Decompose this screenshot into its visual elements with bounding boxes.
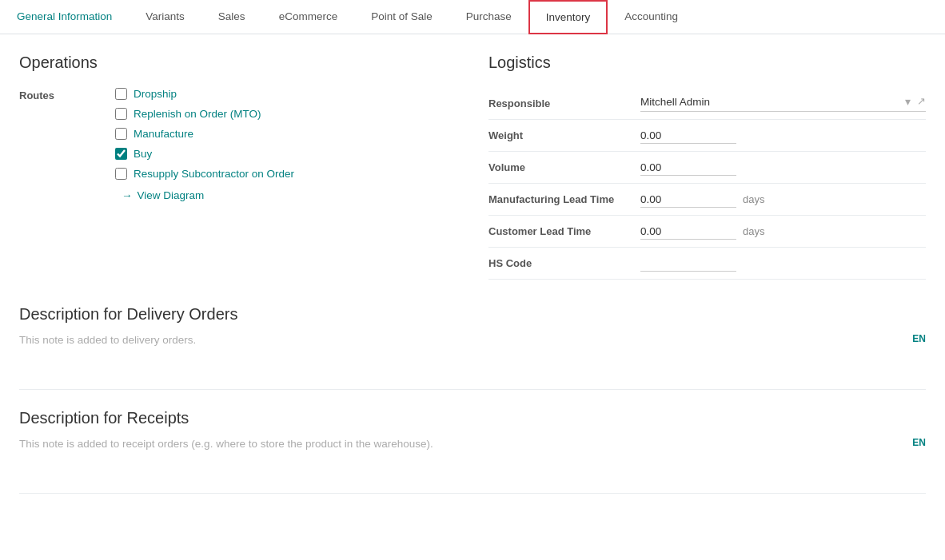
logistics-label-hs-code: HS Code <box>488 257 640 269</box>
tab-variants[interactable]: Variants <box>129 0 201 34</box>
tab-inventory[interactable]: Inventory <box>528 0 608 34</box>
route-replenish: Replenish on Order (MTO) <box>115 108 294 120</box>
delivery-orders-title: Description for Delivery Orders <box>19 305 926 324</box>
receipts-area: This note is added to receipt orders (e.… <box>19 437 926 477</box>
route-dropship: Dropship <box>115 88 294 100</box>
tab-sales[interactable]: Sales <box>201 0 262 34</box>
logistics-label-volume: Volume <box>488 161 640 173</box>
logistics-row-responsible: ResponsibleMitchell Admin▾↗ <box>488 88 926 120</box>
logistics-section: Logistics ResponsibleMitchell Admin▾↗Wei… <box>488 54 926 280</box>
label-replenish[interactable]: Replenish on Order (MTO) <box>134 108 261 120</box>
routes-options: DropshipReplenish on Order (MTO)Manufact… <box>115 88 294 180</box>
checkbox-dropship[interactable] <box>115 88 127 100</box>
checkbox-buy[interactable] <box>115 148 127 160</box>
unit-manufacturing-lead-time: days <box>743 193 764 205</box>
receipts-lang[interactable]: EN <box>912 437 926 448</box>
route-resupply: Resupply Subcontractor on Order <box>115 168 294 180</box>
tab-purchase[interactable]: Purchase <box>449 0 528 34</box>
label-manufacture[interactable]: Manufacture <box>134 128 193 140</box>
external-link-icon[interactable]: ↗ <box>917 95 926 108</box>
logistics-fields: ResponsibleMitchell Admin▾↗WeightVolumeM… <box>488 88 926 280</box>
receipts-placeholder: This note is added to receipt orders (e.… <box>19 438 433 450</box>
unit-customer-lead-time: days <box>743 225 764 237</box>
tabs-bar: General InformationVariantsSaleseCommerc… <box>0 0 945 34</box>
route-buy: Buy <box>115 148 294 160</box>
delivery-orders-section: Description for Delivery Orders This not… <box>19 305 926 390</box>
logistics-row-volume: Volume <box>488 152 926 184</box>
tab-ecommerce[interactable]: eCommerce <box>262 0 355 34</box>
logistics-label-responsible: Responsible <box>488 97 640 109</box>
logistics-title: Logistics <box>488 54 926 72</box>
delivery-orders-placeholder: This note is added to delivery orders. <box>19 334 196 346</box>
tab-accounting[interactable]: Accounting <box>608 0 695 34</box>
routes-row: Routes DropshipReplenish on Order (MTO)M… <box>19 88 457 180</box>
logistics-label-manufacturing-lead-time: Manufacturing Lead Time <box>488 193 640 205</box>
input-volume[interactable] <box>640 160 736 176</box>
operations-section: Operations Routes DropshipReplenish on O… <box>19 54 457 280</box>
input-weight[interactable] <box>640 128 736 144</box>
receipts-section: Description for Receipts This note is ad… <box>19 409 926 494</box>
logistics-label-weight: Weight <box>488 129 640 141</box>
logistics-row-weight: Weight <box>488 120 926 152</box>
main-content: Operations Routes DropshipReplenish on O… <box>0 34 945 494</box>
arrow-icon: → <box>122 189 133 201</box>
input-manufacturing-lead-time[interactable] <box>640 192 736 208</box>
checkbox-resupply[interactable] <box>115 168 127 180</box>
two-column-layout: Operations Routes DropshipReplenish on O… <box>19 54 926 280</box>
input-hs-code[interactable] <box>640 256 736 272</box>
routes-label: Routes <box>19 88 115 180</box>
tab-general-information[interactable]: General Information <box>0 0 129 34</box>
route-manufacture: Manufacture <box>115 128 294 140</box>
view-diagram-label: View Diagram <box>138 189 205 201</box>
label-buy[interactable]: Buy <box>134 148 152 160</box>
receipts-title: Description for Receipts <box>19 409 926 427</box>
operations-title: Operations <box>19 54 457 72</box>
label-resupply[interactable]: Resupply Subcontractor on Order <box>134 168 294 180</box>
checkbox-replenish[interactable] <box>115 108 127 120</box>
delivery-orders-lang[interactable]: EN <box>912 333 926 344</box>
logistics-row-hs-code: HS Code <box>488 248 926 280</box>
label-dropship[interactable]: Dropship <box>134 88 177 100</box>
view-diagram-link[interactable]: → View Diagram <box>122 189 457 201</box>
responsible-container[interactable]: Mitchell Admin▾↗ <box>640 95 926 112</box>
logistics-label-customer-lead-time: Customer Lead Time <box>488 225 640 237</box>
tab-point-of-sale[interactable]: Point of Sale <box>354 0 449 34</box>
checkbox-manufacture[interactable] <box>115 128 127 140</box>
chevron-down-icon[interactable]: ▾ <box>905 95 911 108</box>
input-customer-lead-time[interactable] <box>640 224 736 240</box>
responsible-value: Mitchell Admin <box>640 96 899 108</box>
logistics-row-customer-lead-time: Customer Lead Timedays <box>488 216 926 248</box>
logistics-row-manufacturing-lead-time: Manufacturing Lead Timedays <box>488 184 926 216</box>
delivery-orders-area: This note is added to delivery orders. E… <box>19 333 926 373</box>
